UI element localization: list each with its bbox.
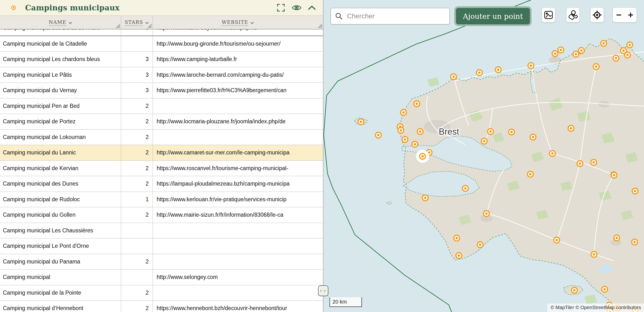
image-layer-button[interactable] [542, 7, 555, 22]
cell-website[interactable] [153, 254, 323, 270]
map-marker[interactable] [552, 51, 558, 56]
map-marker[interactable] [477, 242, 483, 248]
cell-website[interactable]: http://www.camaret-sur-mer.com/le-campin… [153, 145, 323, 160]
table-row[interactable]: Camping municipal Les Chaussières [0, 223, 323, 239]
map-marker[interactable] [632, 188, 638, 194]
cell-name[interactable]: Camping municipal du Panama [0, 254, 121, 270]
table-row[interactable]: Camping municipal d’Hennebont2https://ww… [0, 301, 323, 312]
cell-website[interactable]: https://www.hennebont.bzh/decouvrir-henn… [153, 301, 323, 312]
table-row[interactable]: Camping municipal du Vernay3https://www.… [0, 83, 323, 98]
cell-stars[interactable] [121, 270, 153, 285]
cell-website[interactable] [153, 130, 323, 145]
cell-stars[interactable]: 2 [121, 285, 153, 301]
cell-name[interactable]: Camping municipal d’Hennebont [0, 301, 121, 312]
map-marker[interactable] [481, 138, 487, 144]
map-marker[interactable] [417, 129, 423, 134]
map-marker[interactable] [601, 40, 606, 46]
cell-name[interactable]: Camping municipal de Kervian [0, 161, 121, 176]
table-row[interactable]: Camping municipal Le Pont d'Orne [0, 238, 323, 254]
table-row[interactable]: Camping municipal de Lokournan2 [0, 130, 323, 145]
cell-stars[interactable]: 2 [121, 130, 153, 145]
cell-stars[interactable]: 2 [121, 114, 153, 129]
cell-name[interactable]: Camping municipal Le Pont d'Orne [0, 238, 121, 254]
cell-stars[interactable]: 2 [121, 207, 153, 223]
cell-stars[interactable]: 3 [121, 83, 153, 98]
map-marker-selected[interactable] [416, 150, 429, 163]
cell-website[interactable]: https://www.roscanvel.fr/tourisme-campin… [153, 161, 323, 176]
map-marker[interactable] [573, 51, 579, 57]
cell-stars[interactable]: 2 [121, 161, 153, 176]
cell-website[interactable]: http://www.selongey.com [153, 270, 323, 285]
cell-name[interactable]: Camping municipal du Lannic [0, 145, 121, 160]
table-row[interactable]: Camping municipal du Panama2 [0, 254, 323, 270]
cell-stars[interactable] [121, 238, 153, 254]
cell-website[interactable] [153, 223, 323, 238]
map-marker[interactable] [602, 287, 608, 292]
table-row[interactable]: Camping municipal du Gollen2http://www.m… [0, 207, 323, 223]
fullscreen-icon[interactable] [276, 3, 286, 12]
cell-website[interactable]: http://www.bourg-gironde.fr/tourisme/ou-… [153, 36, 323, 52]
map-marker[interactable] [476, 70, 482, 76]
map-marker[interactable] [530, 134, 536, 140]
map-marker[interactable] [558, 47, 564, 53]
table-row[interactable]: Camping municipal de Kervian2https://www… [0, 161, 323, 176]
map-marker[interactable] [358, 119, 364, 125]
cell-website[interactable] [153, 98, 323, 114]
table-row[interactable]: Camping municipal du Lannic2http://www.c… [0, 145, 323, 161]
column-header-name[interactable]: NAME [0, 16, 121, 29]
collapse-panel-icon[interactable] [307, 3, 317, 12]
cell-stars[interactable]: 2 [121, 301, 153, 312]
cell-name[interactable]: Camping municipal du Vernay [0, 83, 121, 98]
cell-stars[interactable]: 2 [121, 176, 153, 192]
table-row[interactable]: Camping municipal de Portez2http://www.l… [0, 114, 323, 130]
cell-website[interactable]: http://www.locmaria-plouzane.fr/joomla/i… [153, 114, 323, 129]
cell-stars[interactable]: 2 [121, 98, 153, 114]
map-marker[interactable] [577, 161, 583, 166]
map-marker[interactable] [591, 159, 596, 165]
column-header-website[interactable]: WEBSITE [153, 16, 323, 29]
map-marker[interactable] [578, 47, 584, 53]
cell-stars[interactable] [121, 36, 153, 52]
map-marker[interactable] [456, 253, 462, 258]
cell-name[interactable]: Camping municipal de la Citadelle [0, 36, 121, 52]
visibility-eye-icon[interactable] [292, 3, 301, 12]
table-row[interactable]: Camping municipal Les chardons bleus3htt… [0, 52, 323, 67]
map-marker[interactable] [422, 195, 428, 201]
zoom-out-button[interactable]: − [613, 8, 625, 22]
pin-on-map-button[interactable] [566, 7, 580, 22]
map-marker[interactable] [554, 237, 560, 243]
cell-website[interactable] [153, 238, 323, 254]
table-row[interactable]: Camping municipal de la Citadellehttp://… [0, 36, 323, 52]
cell-name[interactable]: Camping municipal [0, 270, 121, 285]
locate-button[interactable] [590, 7, 604, 22]
table-row[interactable]: Camping municipal des Dunes2https://lamp… [0, 176, 323, 192]
cell-name[interactable]: Camping municipal du Gollen [0, 207, 121, 223]
cell-name[interactable]: Camping municipal Le Pâtis [0, 67, 121, 83]
map-marker[interactable] [528, 63, 534, 69]
map-marker[interactable] [402, 137, 408, 142]
table-row[interactable]: Camping municipal de Rudoloc1https://www… [0, 192, 323, 207]
search-input[interactable] [346, 12, 444, 20]
panel-resize-handle[interactable]: ‹ › [318, 286, 328, 296]
table-row[interactable]: Camping municipal Le Pâtis3https://www.l… [0, 67, 323, 83]
cell-website[interactable]: https://www.camping-laturballe.fr [153, 52, 323, 67]
map-marker[interactable] [454, 235, 460, 241]
cell-website[interactable]: https://lampaul-ploudalmezeau.bzh/campin… [153, 176, 323, 192]
map-marker[interactable] [495, 67, 501, 73]
cell-website[interactable]: http://www.mairie-sizun.fr/fr/informatio… [153, 207, 323, 223]
map-marker[interactable] [611, 172, 617, 178]
map-marker[interactable] [568, 126, 574, 131]
cell-name[interactable]: Camping municipal des Dunes [0, 176, 121, 192]
cell-name[interactable]: Camping municipal Les chardons bleus [0, 52, 121, 67]
cell-stars[interactable]: 3 [121, 52, 153, 67]
map-marker[interactable] [462, 185, 468, 191]
map-marker[interactable] [412, 142, 418, 147]
cell-name[interactable]: Camping municipal de la Pointe [0, 285, 121, 301]
map-marker[interactable] [591, 251, 597, 257]
zoom-in-button[interactable]: + [625, 8, 636, 22]
table-row[interactable]: Camping municipalhttp://www.selongey.com [0, 270, 323, 285]
cell-name[interactable]: Camping municipal Les Chaussières [0, 223, 121, 238]
map-marker[interactable] [625, 52, 630, 58]
map-marker[interactable] [550, 151, 555, 156]
add-point-button[interactable]: Ajouter un point [456, 8, 530, 24]
